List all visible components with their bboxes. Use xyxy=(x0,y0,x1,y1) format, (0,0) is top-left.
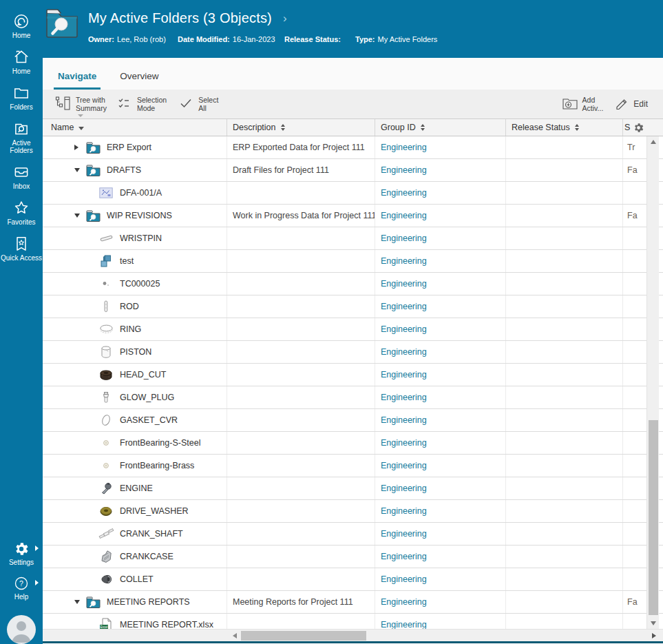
sidebar-item-home[interactable]: Home xyxy=(0,48,43,75)
object-name[interactable]: CRANKCASE xyxy=(120,552,173,561)
object-name[interactable]: DFA-001/A xyxy=(120,188,162,198)
object-name[interactable]: TC000025 xyxy=(120,279,160,289)
table-row[interactable]: CRANKCASEEngineering xyxy=(43,546,663,568)
group-id-link[interactable]: Engineering xyxy=(381,165,427,175)
group-id-link[interactable]: Engineering xyxy=(381,552,427,561)
sidebar-item-settings[interactable]: Settings xyxy=(0,541,43,566)
object-name[interactable]: WIP REVISIONS xyxy=(107,211,172,220)
object-name[interactable]: DRIVE_WASHER xyxy=(120,506,189,516)
table-row[interactable]: ERP ExportERP Exported Data for Project … xyxy=(43,136,663,159)
table-row[interactable]: PISTONEngineering xyxy=(43,341,663,364)
object-name[interactable]: MEETING REPORTS xyxy=(107,597,190,607)
table-row[interactable]: RINGEngineering xyxy=(43,318,663,341)
select-all-button[interactable]: Select All xyxy=(172,94,224,114)
scroll-left-arrow-icon[interactable] xyxy=(230,630,240,642)
table-row[interactable]: ExcelMEETING REPORT.xlsxEngineering xyxy=(43,614,663,629)
sort-desc-icon[interactable] xyxy=(78,127,84,130)
group-id-link[interactable]: Engineering xyxy=(381,324,427,334)
column-header-description[interactable]: Description xyxy=(227,119,375,136)
edit-button[interactable]: Edit xyxy=(609,94,653,114)
table-row[interactable]: FrontBearing-S-SteelEngineering xyxy=(43,432,663,455)
group-id-link[interactable]: Engineering xyxy=(381,506,427,516)
object-name[interactable]: GASKET_CVR xyxy=(120,415,178,425)
object-name[interactable]: MEETING REPORT.xlsx xyxy=(120,620,213,629)
table-row[interactable]: DRAFTSDraft Files for Project 111Enginee… xyxy=(43,159,663,182)
object-name[interactable]: WRISTPIN xyxy=(120,233,162,243)
tree-with-summary-button[interactable]: Tree with Summary xyxy=(50,94,112,114)
sidebar-item-quick-access[interactable]: Quick Access xyxy=(0,235,43,262)
sidebar-item-active-folders[interactable]: Active Folders xyxy=(0,120,43,154)
column-settings-gear-icon[interactable] xyxy=(633,122,644,134)
table-row[interactable]: COLLETEngineering xyxy=(43,568,663,591)
table-row[interactable]: DFA-001/AEngineering xyxy=(43,182,663,205)
object-name[interactable]: ERP Export xyxy=(107,143,151,152)
table-row[interactable]: GASKET_CVREngineering xyxy=(43,409,663,432)
scroll-up-arrow-icon[interactable] xyxy=(647,136,660,147)
object-name[interactable]: test xyxy=(120,256,134,266)
table-row[interactable]: testEngineering xyxy=(43,250,663,273)
object-name[interactable]: CRANK_SHAFT xyxy=(120,529,183,539)
sort-toggle-icon[interactable] xyxy=(421,124,425,131)
horizontal-scrollbar-thumb[interactable] xyxy=(241,631,366,641)
collapse-icon[interactable] xyxy=(74,600,85,604)
selection-mode-button[interactable]: Selection Mode xyxy=(112,94,172,114)
object-name[interactable]: PISTON xyxy=(120,347,151,357)
object-name[interactable]: GLOW_PLUG xyxy=(120,393,174,402)
table-row[interactable]: WIP REVISIONSWork in Progress Data for P… xyxy=(43,205,663,227)
group-id-link[interactable]: Engineering xyxy=(381,347,427,357)
table-row[interactable]: GLOW_PLUGEngineering xyxy=(43,386,663,409)
column-header-s[interactable]: S xyxy=(623,119,663,136)
group-id-link[interactable]: Engineering xyxy=(381,233,427,243)
tab-navigate[interactable]: Navigate xyxy=(58,71,96,90)
object-name[interactable]: HEAD_CUT xyxy=(120,370,166,380)
tab-overview[interactable]: Overview xyxy=(120,71,158,90)
object-name[interactable]: ENGINE xyxy=(120,484,153,493)
group-id-link[interactable]: Engineering xyxy=(381,620,427,629)
table-row[interactable]: ENGINEEngineering xyxy=(43,477,663,500)
column-header-name[interactable]: Name xyxy=(43,119,227,136)
table-row[interactable]: TC000025Engineering xyxy=(43,273,663,295)
object-name[interactable]: RING xyxy=(120,324,141,334)
table-row[interactable]: DRIVE_WASHEREngineering xyxy=(43,500,663,523)
table-row[interactable]: HEAD_CUTEngineering xyxy=(43,364,663,386)
sidebar-item-home-back[interactable]: Home xyxy=(0,12,43,39)
breadcrumb-chevron-icon[interactable]: › xyxy=(283,12,287,25)
group-id-link[interactable]: Engineering xyxy=(381,302,427,311)
scroll-down-arrow-icon[interactable] xyxy=(647,618,660,629)
object-name[interactable]: FrontBearing-S-Steel xyxy=(120,438,200,448)
group-id-link[interactable]: Engineering xyxy=(381,438,427,448)
table-row[interactable]: WRISTPINEngineering xyxy=(43,227,663,250)
group-id-link[interactable]: Engineering xyxy=(381,597,427,607)
column-header-group_id[interactable]: Group ID xyxy=(375,119,506,136)
object-name[interactable]: COLLET xyxy=(120,574,154,584)
sort-toggle-icon[interactable] xyxy=(281,124,285,131)
collapse-icon[interactable] xyxy=(74,168,85,172)
group-id-link[interactable]: Engineering xyxy=(381,143,427,152)
collapse-icon[interactable] xyxy=(74,214,85,218)
table-row[interactable]: RODEngineering xyxy=(43,295,663,318)
group-id-link[interactable]: Engineering xyxy=(381,393,427,402)
table-row[interactable]: FrontBearing-BrassEngineering xyxy=(43,455,663,477)
object-name[interactable]: ROD xyxy=(120,302,139,311)
group-id-link[interactable]: Engineering xyxy=(381,529,427,539)
group-id-link[interactable]: Engineering xyxy=(381,415,427,425)
group-id-link[interactable]: Engineering xyxy=(381,370,427,380)
expand-icon[interactable] xyxy=(74,145,85,150)
column-header-release_status[interactable]: Release Status xyxy=(506,119,623,136)
table-row[interactable]: CRANK_SHAFTEngineering xyxy=(43,523,663,546)
horizontal-scrollbar[interactable] xyxy=(43,629,663,641)
vertical-scrollbar[interactable] xyxy=(646,136,659,629)
table-row[interactable]: MEETING REPORTSMeeting Reports for Proje… xyxy=(43,591,663,614)
user-avatar[interactable] xyxy=(7,615,36,644)
group-id-link[interactable]: Engineering xyxy=(381,484,427,493)
sidebar-item-folders[interactable]: Folders xyxy=(0,84,43,111)
sidebar-item-inbox[interactable]: Inbox xyxy=(0,163,43,190)
object-name[interactable]: DRAFTS xyxy=(107,165,141,175)
group-id-link[interactable]: Engineering xyxy=(381,188,427,198)
object-name[interactable]: FrontBearing-Brass xyxy=(120,461,194,470)
sort-toggle-icon[interactable] xyxy=(575,124,579,131)
add-active-folder-button[interactable]: Add Activ... xyxy=(556,94,609,114)
sidebar-item-help[interactable]: ? Help xyxy=(0,575,43,601)
group-id-link[interactable]: Engineering xyxy=(381,256,427,266)
group-id-link[interactable]: Engineering xyxy=(381,461,427,470)
